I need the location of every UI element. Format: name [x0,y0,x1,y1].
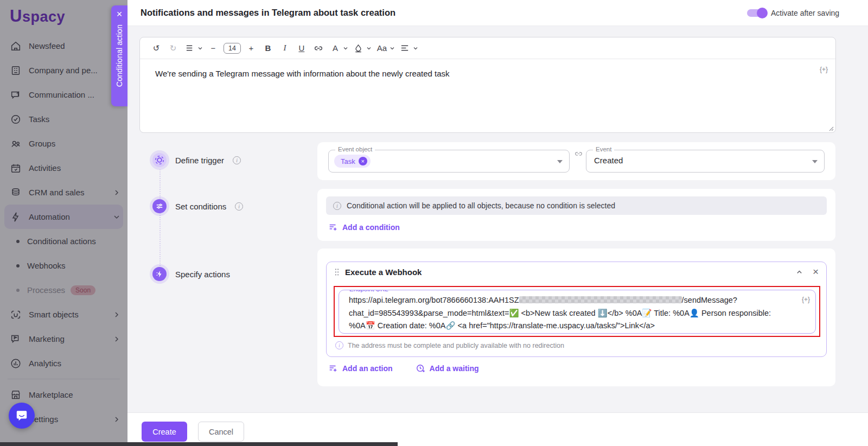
modal-dim-overlay [0,0,127,446]
endpoint-helper: i The address must be complete and publi… [335,341,564,349]
endpoint-url-line2: chat_id=985543993&parse_mode=html&text=✅… [349,307,794,320]
chevron-down-icon [366,46,372,51]
editor-body[interactable]: We're sending a Telegram message with in… [140,59,835,133]
trigger-card: Event object Task × Event Created [317,142,835,180]
chip-label: Task [341,157,355,165]
add-action-icon [328,364,338,373]
editor-content[interactable]: We're sending a Telegram message with in… [155,69,450,78]
conditional-action-drawer-tab[interactable]: × Conditional action [111,5,127,106]
event-select[interactable]: Event Created [586,150,825,173]
description-editor[interactable]: ↺ ↻ − 14 + B I U A Aa [139,37,836,133]
webhook-card-title: Execute a Webhook [345,267,790,277]
url-text: https://api.telegram.org/bot7866660138:A… [349,296,519,304]
chevron-down-icon [343,46,348,51]
editor-toolbar: ↺ ↻ − 14 + B I U A Aa [140,37,835,59]
text-case-dropdown[interactable]: Aa [375,41,395,55]
drag-handle-icon[interactable] [334,268,340,276]
add-condition-label: Add a condition [342,223,400,232]
font-color-icon: A [329,41,342,55]
decrease-font-icon[interactable]: − [207,41,220,55]
underline-button[interactable]: U [295,41,308,55]
align-dropdown[interactable] [399,41,418,55]
redacted-token-blur [519,296,682,303]
set-conditions-icon [152,199,167,213]
highlight-color-icon [352,41,365,55]
insert-variable-icon[interactable]: {+} [802,296,810,303]
drawer-footer: Create Cancel [127,412,868,446]
conditions-info-banner: i Conditional action will be applied to … [326,196,827,215]
close-icon[interactable]: × [813,268,819,276]
cancel-button[interactable]: Cancel [198,422,244,442]
activate-after-saving-toggle[interactable] [747,9,767,17]
define-trigger-icon [152,153,167,167]
increase-font-icon[interactable]: + [245,41,258,55]
bold-button[interactable]: B [261,41,275,55]
conditions-info-text: Conditional action will be applied to al… [347,201,615,210]
drawer-tab-label: Conditional action [115,24,124,87]
bottom-dark-band [0,442,398,446]
dropdown-arrow-icon [812,160,818,163]
chevron-down-icon [413,46,418,51]
link-icon[interactable] [312,41,325,55]
chevron-down-icon [390,46,395,51]
redo-icon[interactable]: ↻ [167,41,180,55]
step-define-trigger: Define trigger i [152,153,241,167]
drawer-header: Notifications and messages in Telegram a… [127,0,868,26]
chevron-down-icon [197,46,203,51]
clock-plus-icon [416,364,425,373]
specify-actions-icon [152,267,167,281]
add-condition-icon [328,222,338,232]
action-links-row: Add an action Add a waiting [328,364,479,373]
add-condition-button[interactable]: Add a condition [328,222,400,232]
endpoint-url-highlight-box: Endpoint URL https://api.telegram.org/bo… [334,286,820,337]
create-button[interactable]: Create [142,422,187,442]
webhook-action-card: Execute a Webhook × Endpoint URL https:/… [326,262,827,357]
url-text: /sendMessage? [682,296,737,304]
close-icon[interactable]: × [117,9,123,19]
step-set-conditions: Set conditions i [152,199,243,213]
event-object-select[interactable]: Event object Task × [328,150,570,173]
line-spacing-icon [183,41,196,55]
drawer-panel: Notifications and messages in Telegram a… [127,0,868,446]
info-icon[interactable]: i [233,156,241,164]
italic-button[interactable]: I [278,41,291,55]
event-object-label: Event object [335,146,375,152]
activate-toggle-label: Activate after saving [771,9,839,17]
step-label: Specify actions [175,270,230,279]
undo-icon[interactable]: ↺ [150,41,163,55]
conditions-card: i Conditional action will be applied to … [317,189,835,241]
step-label: Define trigger [175,156,224,165]
chat-bubble-icon [15,409,29,423]
insert-variable-icon[interactable]: {+} [820,66,828,73]
add-waiting-button[interactable]: Add a waiting [416,364,479,373]
chip-remove-icon[interactable]: × [359,157,367,165]
info-icon: i [333,202,341,210]
endpoint-helper-text: The address must be complete and publicl… [348,342,564,349]
webhook-card-header: Execute a Webhook × [327,262,826,282]
actions-card: Execute a Webhook × Endpoint URL https:/… [317,249,835,386]
collapse-icon[interactable] [796,269,803,276]
info-icon[interactable]: i [235,202,243,211]
dropdown-arrow-icon [557,160,563,163]
link-chain-icon [574,149,583,158]
info-icon: i [335,341,343,349]
add-waiting-label: Add a waiting [430,364,479,373]
page-title: Notifications and messages in Telegram a… [141,8,395,18]
endpoint-url-line3: %0A📅 Creation date: %0A🔗 <a href="https:… [349,320,794,333]
line-spacing-dropdown[interactable] [183,41,203,55]
step-label: Set conditions [175,202,226,211]
highlight-color-dropdown[interactable] [352,41,372,55]
font-size-value[interactable]: 14 [224,43,241,54]
endpoint-url-label: Endpoint URL [347,290,391,292]
event-object-chip: Task × [334,155,371,168]
resize-handle[interactable] [827,125,834,131]
endpoint-url-field[interactable]: Endpoint URL https://api.telegram.org/bo… [339,290,816,334]
font-color-dropdown[interactable]: A [329,41,348,55]
add-action-label: Add an action [342,364,393,373]
text-case-icon: Aa [375,41,388,55]
step-connector [159,169,161,266]
support-chat-button[interactable] [9,403,35,429]
endpoint-url-line1: https://api.telegram.org/bot7866660138:A… [349,294,794,307]
event-label: Event [593,146,614,152]
add-action-button[interactable]: Add an action [328,364,393,373]
